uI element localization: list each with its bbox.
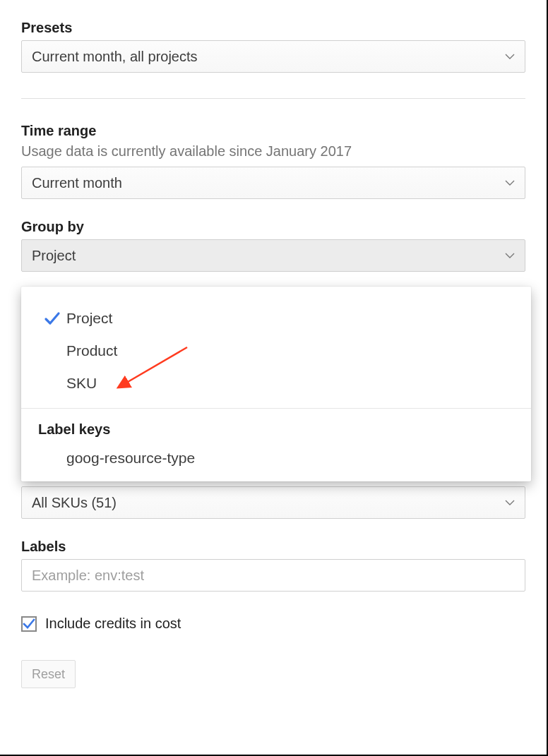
time-range-hint: Usage data is currently available since … [21,143,525,160]
option-label: SKU [66,375,97,392]
dropdown-divider [21,408,531,409]
check-icon [38,311,66,325]
reset-button[interactable]: Reset [21,660,76,688]
labels-input[interactable] [21,559,525,592]
group-by-option-goog-resource-type[interactable]: goog-resource-type [21,442,531,474]
option-label: Product [66,342,117,359]
presets-label: Presets [21,20,525,36]
reset-label: Reset [32,667,65,682]
group-by-label: Group by [21,219,525,235]
include-credits-row[interactable]: Include credits in cost [21,616,525,632]
group-by-option-sku[interactable]: SKU [21,367,531,400]
presets-select[interactable]: Current month, all projects [21,40,525,73]
time-range-select[interactable]: Current month [21,167,525,199]
option-label: goog-resource-type [66,450,195,467]
billing-filter-panel: Presets Current month, all projects Time… [0,0,548,756]
caret-down-icon [505,54,515,59]
time-range-label: Time range [21,123,525,139]
group-by-option-product[interactable]: Product [21,335,531,367]
caret-down-icon [505,253,515,258]
group-by-option-project[interactable]: Project [21,302,531,335]
checkbox-checked-icon [21,616,37,632]
time-range-value: Current month [32,175,122,191]
include-credits-label: Include credits in cost [45,616,181,632]
labels-label: Labels [21,539,525,555]
group-by-dropdown: Project Product SKU Label keys goog-reso… [21,287,531,481]
skus-select[interactable]: All SKUs (51) [21,486,525,519]
skus-value: All SKUs (51) [32,495,117,511]
section-divider [21,98,525,99]
group-by-value: Project [32,248,76,264]
option-label: Project [66,310,112,327]
caret-down-icon [505,180,515,186]
presets-value: Current month, all projects [32,49,198,65]
caret-down-icon [505,500,515,505]
label-keys-heading: Label keys [21,414,531,442]
group-by-select[interactable]: Project [21,239,525,272]
